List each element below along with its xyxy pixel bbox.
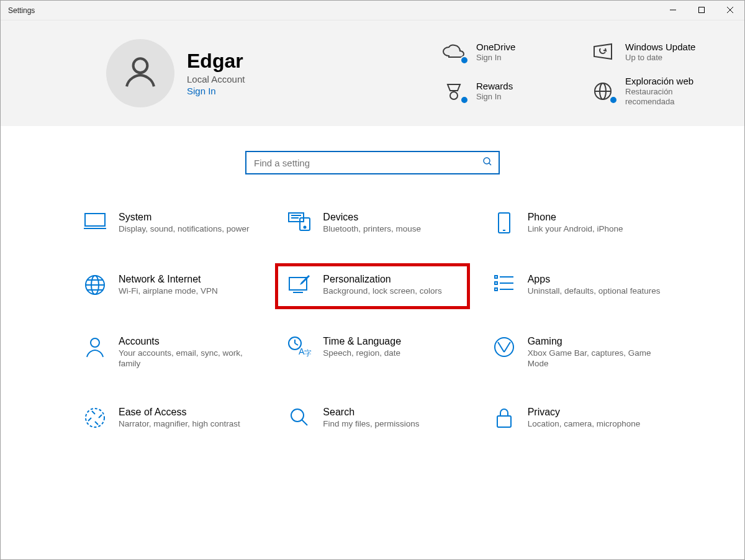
status-title: OneDrive (476, 42, 515, 52)
svg-line-10 (489, 163, 492, 166)
category-title: Ease of Access (119, 407, 240, 418)
category-privacy[interactable]: Privacy Location, camera, microphone (484, 400, 670, 438)
status-title: Rewards (476, 81, 513, 91)
category-sub: Bluetooth, printers, mouse (323, 224, 421, 235)
category-network[interactable]: Network & Internet Wi-Fi, airplane mode,… (75, 268, 261, 305)
svg-point-40 (86, 409, 104, 427)
category-personalization[interactable]: Personalization Background, lock screen,… (279, 268, 465, 305)
account-type: Local Account (187, 74, 245, 84)
category-sub: Wi-Fi, airplane mode, VPN (119, 286, 218, 297)
category-title: Phone (528, 212, 623, 223)
close-icon (727, 6, 733, 15)
category-gaming[interactable]: Gaming Xbox Game Bar, captures, Game Mod… (484, 330, 670, 376)
svg-text:字: 字 (304, 349, 311, 357)
category-title: Search (323, 407, 419, 418)
network-icon (83, 274, 107, 299)
category-sub: Display, sound, notifications, power (119, 224, 250, 235)
window-controls (659, 1, 744, 20)
category-sub: Background, lock screen, colors (323, 286, 441, 297)
ease-of-access-icon (83, 407, 107, 431)
status-sub: Restauración recomendada (625, 87, 712, 106)
category-phone[interactable]: Phone Link your Android, iPhone (484, 205, 670, 243)
search-input[interactable] (253, 157, 482, 169)
category-sub: Link your Android, iPhone (528, 224, 623, 235)
update-icon (589, 40, 616, 63)
category-search[interactable]: Search Find my files, permissions (279, 400, 465, 438)
minimize-icon (670, 6, 676, 15)
devices-icon (287, 212, 312, 237)
category-title: Privacy (528, 407, 641, 418)
phone-icon (492, 212, 517, 237)
svg-point-15 (304, 227, 306, 228)
settings-window: Settings Edgar Local Account Sig (0, 0, 745, 560)
status-title: Windows Update (625, 42, 695, 52)
user-name: Edgar (187, 50, 245, 73)
window-title: Settings (8, 6, 35, 15)
time-language-icon: A字 (287, 336, 312, 361)
system-icon (83, 212, 107, 237)
status-sub: Up to date (625, 53, 695, 63)
minimize-button[interactable] (659, 1, 687, 20)
category-ease-of-access[interactable]: Ease of Access Narrator, magnifier, high… (75, 400, 261, 438)
svg-rect-11 (85, 214, 105, 226)
status-rewards[interactable]: Rewards Sign In (440, 76, 564, 106)
svg-rect-31 (495, 288, 497, 291)
svg-line-36 (295, 343, 298, 345)
status-onedrive[interactable]: OneDrive Sign In (440, 40, 564, 63)
svg-point-4 (133, 58, 148, 73)
web-icon (589, 79, 616, 103)
category-sub: Find my files, permissions (323, 419, 419, 430)
personalization-icon (287, 274, 312, 299)
category-title: System (119, 212, 250, 223)
category-title: Network & Internet (119, 274, 218, 285)
category-sub: Uninstall, defaults, optional features (528, 286, 661, 297)
title-bar: Settings (1, 1, 744, 20)
status-title: Exploración web (625, 76, 712, 86)
account-header: Edgar Local Account Sign In OneDrive Sig… (1, 20, 744, 126)
svg-rect-27 (495, 276, 497, 278)
status-sub: Sign In (476, 53, 515, 63)
onedrive-icon (440, 40, 467, 63)
svg-rect-25 (289, 278, 307, 290)
svg-line-42 (302, 420, 307, 425)
category-sub: Speech, region, date (323, 348, 401, 359)
svg-point-33 (91, 338, 99, 347)
svg-rect-43 (497, 416, 511, 427)
category-sub: Narrator, magnifier, high contrast (119, 419, 240, 430)
search-wrap (1, 126, 744, 181)
privacy-icon (492, 407, 517, 431)
category-title: Personalization (323, 274, 441, 285)
apps-icon (492, 274, 517, 299)
category-sub: Location, camera, microphone (528, 419, 641, 430)
svg-rect-1 (699, 7, 705, 12)
category-apps[interactable]: Apps Uninstall, defaults, optional featu… (484, 268, 670, 305)
account-info: Edgar Local Account Sign In (187, 50, 245, 97)
svg-rect-29 (495, 282, 497, 284)
category-title: Apps (528, 274, 661, 285)
search-icon (482, 156, 492, 169)
category-time-language[interactable]: A字 Time & Language Speech, region, date (279, 330, 465, 376)
category-title: Gaming (528, 336, 662, 347)
gaming-icon (492, 336, 517, 361)
status-windows-update[interactable]: Windows Update Up to date (589, 40, 713, 63)
account-area[interactable]: Edgar Local Account Sign In (106, 39, 434, 107)
category-accounts[interactable]: Accounts Your accounts, email, sync, wor… (75, 330, 261, 376)
close-button[interactable] (716, 1, 744, 20)
accounts-icon (83, 336, 107, 361)
category-sub: Xbox Game Bar, captures, Game Mode (528, 348, 662, 369)
search-category-icon (287, 407, 312, 431)
rewards-icon (440, 79, 467, 103)
category-title: Devices (323, 212, 421, 223)
status-web-browsing[interactable]: Exploración web Restauración recomendada (589, 76, 713, 106)
category-devices[interactable]: Devices Bluetooth, printers, mouse (279, 205, 465, 243)
avatar (106, 39, 174, 107)
status-grid: OneDrive Sign In Windows Update Up to da… (440, 40, 713, 106)
avatar-icon (121, 53, 160, 94)
category-title: Time & Language (323, 336, 401, 347)
search-box[interactable] (245, 151, 500, 174)
maximize-icon (698, 6, 705, 15)
category-sub: Your accounts, email, sync, work, family (119, 348, 253, 369)
category-system[interactable]: System Display, sound, notifications, po… (75, 205, 261, 243)
sign-in-link[interactable]: Sign In (187, 86, 216, 96)
maximize-button[interactable] (687, 1, 716, 20)
